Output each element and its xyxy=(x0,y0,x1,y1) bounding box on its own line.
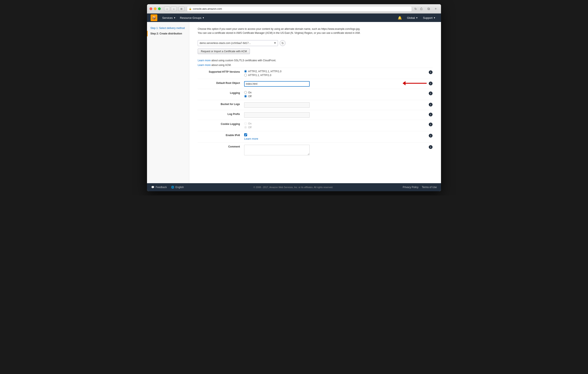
cookie-off-item[interactable]: Off xyxy=(244,126,427,129)
red-arrow-annotation xyxy=(403,81,427,85)
url-text: console.aws.amazon.com xyxy=(193,7,222,10)
comment-info-icon[interactable]: i xyxy=(429,145,432,149)
aws-logo[interactable]: 📦 xyxy=(150,14,158,21)
default-root-input[interactable] xyxy=(244,81,310,87)
log-prefix-info-icon[interactable]: i xyxy=(429,113,432,117)
sidebar: Step 1: Select delivery method Step 2: C… xyxy=(147,22,189,183)
http-option2-radio[interactable] xyxy=(244,74,247,76)
cookie-on-radio[interactable] xyxy=(244,122,247,125)
log-prefix-controls: i xyxy=(244,112,432,118)
minimize-button[interactable] xyxy=(154,7,157,10)
learn-more-ssl-link[interactable]: Learn more xyxy=(198,59,210,62)
resource-groups-menu[interactable]: Resource Groups ▼ xyxy=(178,13,207,22)
http-versions-info-icon[interactable]: i xyxy=(429,70,432,74)
sidebar-step2[interactable]: Step 2: Create distribution xyxy=(147,31,189,36)
acm-button[interactable]: Request or Import a Certificate with ACM xyxy=(198,49,250,54)
global-chevron-icon: ▼ xyxy=(416,17,418,19)
support-chevron-icon: ▼ xyxy=(433,17,436,19)
default-root-input-area xyxy=(244,81,399,87)
arrow-line xyxy=(406,83,427,84)
logging-radio-group: On Off xyxy=(244,91,427,98)
ipv6-info-icon[interactable]: i xyxy=(429,134,432,138)
new-tab-button[interactable]: ⧉ xyxy=(426,6,431,12)
bucket-logs-input[interactable] xyxy=(244,102,310,108)
log-prefix-input-area xyxy=(244,112,427,118)
http-radio-group: HTTP/2, HTTP/1.1, HTTP/1.0 HTTP/1.1, HTT… xyxy=(244,70,427,77)
global-menu[interactable]: Global ▼ xyxy=(405,13,420,22)
logging-on-label: On xyxy=(248,91,252,94)
services-chevron-icon: ▼ xyxy=(174,17,176,19)
titlebar: ‹ › ⊞ 🔒 console.aws.amazon.com ↻ ⎙ ⧉ ＋ xyxy=(147,4,441,13)
log-prefix-input[interactable] xyxy=(244,112,310,118)
cookie-logging-row: Cookie Logging On Off xyxy=(198,120,432,131)
back-button[interactable]: ‹ xyxy=(164,7,170,11)
logging-off-item[interactable]: Off xyxy=(244,95,427,98)
main-content: Step 1: Select delivery method Step 2: C… xyxy=(147,22,441,183)
cookie-off-radio[interactable] xyxy=(244,126,247,129)
add-button[interactable]: ＋ xyxy=(433,6,439,12)
cert-dropdown[interactable]: demo.serverless-stack.com (ccfc6aa7-6d17… xyxy=(198,40,278,46)
tab-overview-button[interactable]: ⊞ xyxy=(178,7,184,11)
content-panel: Choose this option if you want your user… xyxy=(189,22,441,183)
comment-textarea[interactable] xyxy=(244,145,310,155)
logging-off-radio[interactable] xyxy=(244,95,247,98)
cookie-logging-options: On Off xyxy=(244,122,427,129)
feedback-label: Feedback xyxy=(156,186,167,189)
cookie-logging-controls: On Off i xyxy=(244,122,432,129)
bucket-logs-row: Bucket for Logs i xyxy=(198,100,432,110)
forward-button[interactable]: › xyxy=(171,7,177,11)
logging-off-label: Off xyxy=(248,95,252,98)
services-menu[interactable]: Services ▼ xyxy=(160,13,178,22)
comment-controls: i xyxy=(244,145,432,156)
logging-on-radio[interactable] xyxy=(244,91,247,94)
aws-logo-box: 📦 xyxy=(151,14,157,21)
log-prefix-label: Log Prefix xyxy=(198,112,244,116)
enable-ipv6-controls: Learn more i xyxy=(244,133,432,140)
support-label: Support xyxy=(423,16,433,20)
privacy-policy-link[interactable]: Privacy Policy xyxy=(403,186,419,189)
sidebar-step1[interactable]: Step 1: Select delivery method xyxy=(147,25,189,31)
logging-on-item[interactable]: On xyxy=(244,91,427,94)
bucket-logs-label: Bucket for Logs xyxy=(198,102,244,106)
cookie-on-item[interactable]: On xyxy=(244,122,427,125)
navbar-right: 🔔 Global ▼ Support ▼ xyxy=(396,13,438,22)
default-root-label: Default Root Object xyxy=(198,81,244,85)
learn-more-acm-link[interactable]: Learn more xyxy=(198,64,210,66)
cookie-radio-group: On Off xyxy=(244,122,427,129)
refresh-button[interactable]: ↻ xyxy=(414,7,417,11)
share-button[interactable]: ⎙ xyxy=(419,6,424,12)
close-button[interactable] xyxy=(149,7,152,10)
cookie-logging-info-icon[interactable]: i xyxy=(429,123,432,126)
http-option2-item[interactable]: HTTP/1.1, HTTP/1.0 xyxy=(244,74,427,77)
ipv6-checkbox[interactable] xyxy=(244,133,247,136)
feedback-item[interactable]: 💬 Feedback xyxy=(151,186,167,189)
ipv6-learn-more-link[interactable]: Learn more xyxy=(244,137,258,140)
support-menu[interactable]: Support ▼ xyxy=(421,13,438,22)
resource-groups-label: Resource Groups xyxy=(180,16,201,20)
services-label: Services xyxy=(162,16,173,20)
cert-row: demo.serverless-stack.com (ccfc6aa7-6d17… xyxy=(198,40,432,46)
arrow-head-icon xyxy=(403,81,406,85)
terms-of-use-link[interactable]: Terms of Use xyxy=(422,186,437,189)
logging-info-icon[interactable]: i xyxy=(429,92,432,95)
learn-more-ssl-row: Learn more about using custom SSL/TLS ce… xyxy=(198,58,432,63)
enable-ipv6-row: Enable IPv6 Learn more i xyxy=(198,131,432,142)
global-label: Global xyxy=(407,16,415,20)
ipv6-checkbox-item[interactable] xyxy=(244,133,427,136)
bucket-logs-info-icon[interactable]: i xyxy=(429,103,432,107)
address-bar[interactable]: 🔒 console.aws.amazon.com xyxy=(187,6,412,12)
http-option1-item[interactable]: HTTP/2, HTTP/1.1, HTTP/1.0 xyxy=(244,70,427,73)
refresh-cert-button[interactable]: ↻ xyxy=(280,40,285,46)
language-item[interactable]: 🌐 English xyxy=(171,186,184,189)
maximize-button[interactable] xyxy=(158,7,161,10)
default-root-info-icon[interactable]: i xyxy=(429,82,432,85)
bucket-logs-controls: i xyxy=(244,102,432,108)
default-root-controls: i xyxy=(244,81,432,87)
bell-icon[interactable]: 🔔 xyxy=(396,16,404,20)
traffic-lights xyxy=(149,7,161,10)
feedback-bubble-icon: 💬 xyxy=(151,186,154,189)
globe-icon: 🌐 xyxy=(171,186,174,189)
http-option1-radio[interactable] xyxy=(244,70,247,73)
step1-label: Step 1: Select delivery method xyxy=(150,27,185,30)
info-text-2: You can use a certificate stored in AWS … xyxy=(198,32,360,34)
